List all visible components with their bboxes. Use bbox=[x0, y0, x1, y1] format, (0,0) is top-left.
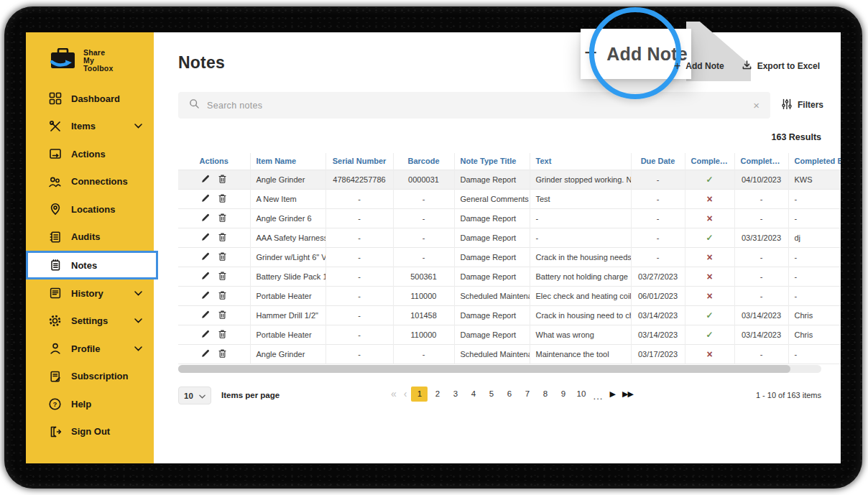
cell-note-type: Damage Report bbox=[454, 325, 530, 344]
not-completed-x-icon: × bbox=[706, 271, 712, 282]
sidebar-item-items[interactable]: Items bbox=[26, 113, 154, 141]
cell-item-name: Portable Heater bbox=[250, 286, 326, 305]
gear-icon bbox=[48, 314, 62, 328]
delete-icon[interactable] bbox=[218, 290, 227, 302]
page-button-10[interactable]: 10 bbox=[573, 387, 589, 402]
clear-search-icon[interactable]: × bbox=[753, 100, 760, 111]
scrollbar-thumb[interactable] bbox=[178, 365, 790, 373]
cell-note-type: Damage Report bbox=[454, 170, 530, 189]
sidebar-item-label: Items bbox=[71, 121, 96, 131]
svg-text:?: ? bbox=[53, 400, 57, 408]
edit-icon[interactable] bbox=[200, 232, 210, 243]
cell-completed: × bbox=[685, 189, 734, 208]
first-page-icon[interactable]: « bbox=[388, 386, 400, 402]
sidebar-item-profile[interactable]: Profile bbox=[26, 335, 154, 363]
sidebar-item-audits[interactable]: Audits bbox=[26, 223, 154, 251]
delete-icon[interactable] bbox=[218, 348, 227, 360]
delete-icon[interactable] bbox=[218, 271, 227, 282]
delete-icon[interactable] bbox=[218, 213, 227, 224]
delete-icon[interactable] bbox=[218, 174, 227, 185]
edit-icon[interactable] bbox=[200, 193, 210, 204]
edit-icon[interactable] bbox=[200, 310, 210, 320]
cell-completed-by: Chris bbox=[788, 305, 841, 325]
sidebar-item-settings[interactable]: Settings bbox=[26, 307, 154, 336]
horizontal-scrollbar[interactable] bbox=[178, 365, 821, 373]
sidebar-item-notes[interactable]: Notes bbox=[26, 251, 158, 279]
sidebar-item-actions[interactable]: Actions bbox=[26, 140, 154, 168]
connections-icon bbox=[48, 175, 62, 188]
edit-icon[interactable] bbox=[200, 174, 210, 185]
page-button-5[interactable]: 5 bbox=[483, 387, 499, 402]
cell-due-date: - bbox=[631, 189, 685, 208]
edit-icon[interactable] bbox=[200, 213, 210, 223]
not-completed-x-icon: × bbox=[706, 348, 712, 360]
cell-completed-date: 04/10/2023 bbox=[734, 170, 788, 189]
last-page-icon[interactable]: ▶▶ bbox=[619, 386, 636, 402]
column-header-due-date[interactable]: Due Date bbox=[631, 153, 685, 170]
sidebar-item-locations[interactable]: Locations bbox=[26, 195, 154, 223]
delete-icon[interactable] bbox=[218, 310, 227, 321]
sidebar-nav: DashboardItemsActionsConnectionsLocation… bbox=[26, 85, 154, 445]
toolbox-logo-icon bbox=[49, 48, 78, 73]
cell-barcode: - bbox=[393, 189, 454, 208]
column-header-barcode[interactable]: Barcode bbox=[393, 153, 454, 170]
cell-item-name: Battery Slide Pack 1... bbox=[250, 267, 326, 286]
edit-icon[interactable] bbox=[200, 271, 210, 282]
column-header-completed-by[interactable]: Completed By bbox=[788, 153, 841, 170]
page-button-8[interactable]: 8 bbox=[537, 387, 553, 402]
edit-icon[interactable] bbox=[200, 348, 210, 359]
cell-serial-number: - bbox=[326, 189, 393, 208]
cell-completed: × bbox=[685, 208, 734, 228]
export-to-excel-button[interactable]: Export to Excel bbox=[742, 60, 820, 73]
filters-button[interactable]: Filters bbox=[782, 98, 823, 111]
sidebar-item-label: Notes bbox=[71, 260, 97, 271]
page-button-3[interactable]: 3 bbox=[447, 387, 463, 402]
sidebar-item-subscription[interactable]: Subscription bbox=[26, 363, 154, 391]
completed-check-icon: ✓ bbox=[706, 233, 713, 243]
edit-icon[interactable] bbox=[200, 329, 210, 340]
edit-icon[interactable] bbox=[200, 251, 210, 262]
previous-page-icon[interactable]: ‹ bbox=[401, 386, 410, 402]
sidebar-item-label: Profile bbox=[71, 343, 100, 354]
search-input[interactable]: Search notes × bbox=[178, 92, 770, 119]
delete-icon[interactable] bbox=[218, 232, 227, 244]
page-button-7[interactable]: 7 bbox=[519, 387, 535, 402]
cell-completed-date: 03/14/2023 bbox=[734, 305, 788, 325]
sidebar-item-label: History bbox=[71, 288, 103, 299]
page-button-6[interactable]: 6 bbox=[501, 387, 517, 402]
column-header-actions[interactable]: Actions bbox=[178, 153, 250, 170]
page-button-2[interactable]: 2 bbox=[429, 387, 445, 402]
more-pages-button[interactable]: ... bbox=[591, 387, 605, 402]
column-header-text[interactable]: Text bbox=[530, 153, 631, 170]
items-per-page-select[interactable]: 10 bbox=[178, 387, 211, 404]
column-header-note-type-title[interactable]: Note Type Title bbox=[454, 153, 530, 170]
column-header-item-name[interactable]: Item Name bbox=[250, 153, 326, 170]
delete-icon[interactable] bbox=[218, 251, 227, 263]
sidebar-item-sign-out[interactable]: Sign Out bbox=[26, 418, 154, 446]
next-page-icon[interactable]: ▶ bbox=[606, 386, 617, 402]
add-note-button[interactable]: + Add Note bbox=[674, 60, 724, 72]
logo: Share My Toolbox bbox=[26, 44, 154, 85]
cell-actions bbox=[178, 208, 250, 228]
column-header-serial-number[interactable]: Serial Number bbox=[326, 153, 393, 170]
cell-completed-by: - bbox=[788, 344, 841, 364]
help-icon: ? bbox=[48, 397, 62, 411]
column-header-completed-date[interactable]: Completed Date bbox=[734, 153, 788, 170]
sidebar-item-history[interactable]: History bbox=[26, 279, 154, 307]
cell-note-type: Damage Report bbox=[454, 247, 530, 267]
sidebar-item-connections[interactable]: Connections bbox=[26, 168, 154, 196]
delete-icon[interactable] bbox=[218, 193, 227, 205]
cell-barcode: - bbox=[393, 247, 454, 267]
cell-actions bbox=[178, 344, 250, 364]
sidebar-item-dashboard[interactable]: Dashboard bbox=[26, 85, 154, 113]
column-header-completed[interactable]: Completed bbox=[685, 153, 734, 170]
edit-icon[interactable] bbox=[200, 290, 210, 301]
page-button-1[interactable]: 1 bbox=[411, 387, 428, 402]
page-button-4[interactable]: 4 bbox=[465, 387, 481, 402]
delete-icon[interactable] bbox=[218, 329, 227, 341]
cell-completed-date: 03/14/2023 bbox=[734, 325, 788, 344]
page-button-9[interactable]: 9 bbox=[555, 387, 571, 402]
cell-actions bbox=[178, 189, 250, 208]
cell-due-date: - bbox=[631, 247, 685, 267]
sidebar-item-help[interactable]: ?Help bbox=[26, 390, 154, 418]
